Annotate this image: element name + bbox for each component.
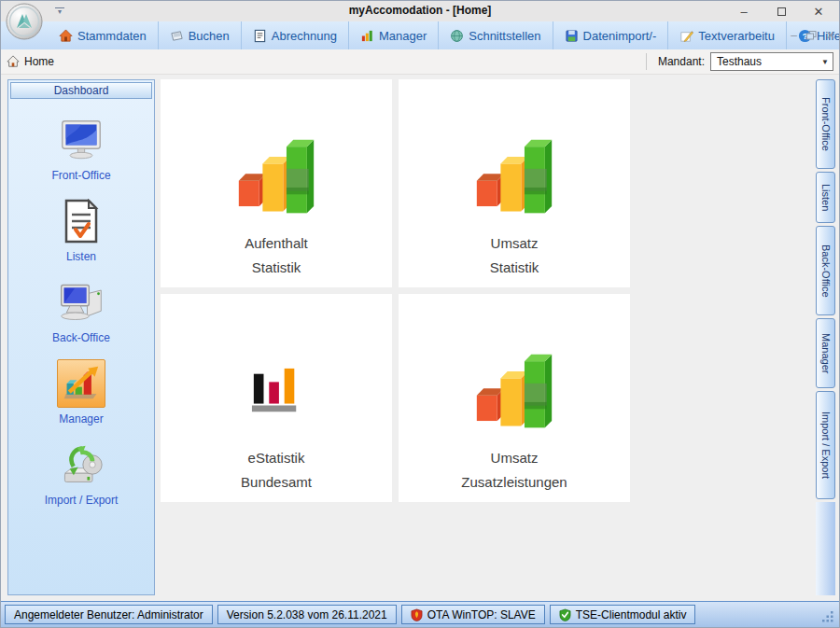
menu-label: Schnittstellen bbox=[469, 29, 540, 43]
window-title: myAccomodation - [Home] bbox=[1, 4, 839, 17]
house-icon bbox=[59, 29, 73, 43]
mdi-close-button[interactable]: ✕ bbox=[826, 29, 835, 42]
sidebar-item-label: Manager bbox=[59, 412, 103, 426]
close-button[interactable]: ✕ bbox=[800, 1, 837, 21]
tile-umsatz-statistik[interactable]: Umsatz Statistik bbox=[399, 79, 630, 287]
monitor-icon bbox=[59, 119, 104, 161]
menu-ribbon: Stammdaten Buchen Abrechnung bbox=[1, 21, 839, 49]
status-text: Version 5.2.038 vom 26.11.2021 bbox=[227, 608, 387, 621]
mandant-label: Mandant: bbox=[658, 55, 705, 68]
mandant-value: Testhaus bbox=[717, 55, 762, 68]
notebook-icon bbox=[170, 29, 184, 43]
tile-umsatz-zusatzleistungen[interactable]: Umsatz Zusatzleistungen bbox=[399, 294, 630, 502]
bundesamt-chart-icon bbox=[247, 366, 305, 418]
menu-buchen[interactable]: Buchen bbox=[159, 21, 242, 49]
sidebar-header[interactable]: Dashboard bbox=[10, 82, 152, 99]
checklist-icon bbox=[61, 199, 102, 244]
disc-sync-icon bbox=[58, 442, 105, 487]
bar-chart-icon bbox=[360, 29, 374, 43]
menu-schnittstellen[interactable]: Schnittstellen bbox=[439, 21, 553, 49]
workstation-icon bbox=[58, 281, 105, 324]
menu-textverarbeitung[interactable]: Textverarbeitu bbox=[668, 21, 787, 49]
shield-check-icon bbox=[559, 608, 571, 621]
title-bar: ▾ myAccomodation - [Home] – ✕ bbox=[1, 1, 839, 21]
mdi-restore-button[interactable] bbox=[806, 31, 817, 40]
right-tab-strip: Front-Office Listen Back-Office Manager … bbox=[813, 79, 839, 595]
chevron-down-icon: ▼ bbox=[821, 58, 829, 66]
resize-grip[interactable] bbox=[822, 610, 835, 627]
maximize-button[interactable] bbox=[763, 1, 800, 21]
status-bar: Angemeldeter Benutzer: Administrator Ver… bbox=[1, 601, 839, 627]
breadcrumb-bar: Home Mandant: Testhaus ▼ bbox=[1, 49, 839, 75]
minimize-button[interactable]: – bbox=[725, 1, 763, 21]
sidebar-item-label: Front-Office bbox=[51, 169, 110, 182]
breadcrumb-label: Home bbox=[24, 55, 54, 68]
pencil-icon bbox=[679, 29, 693, 43]
main-area: Dashboard Front-Office bbox=[1, 75, 839, 601]
status-version-panel: Version 5.2.038 vom 26.11.2021 bbox=[217, 605, 397, 624]
breadcrumb-home[interactable]: Home bbox=[7, 55, 54, 68]
menu-label: Manager bbox=[379, 29, 427, 43]
mdi-minimize-button[interactable]: – bbox=[791, 29, 797, 42]
sidebar-item-front-office[interactable]: Front-Office bbox=[51, 116, 110, 182]
right-tab-import-export[interactable]: Import / Export bbox=[816, 391, 835, 499]
menu-datenimport[interactable]: Datenimport/- bbox=[553, 21, 669, 49]
divider bbox=[646, 53, 647, 70]
right-tab-listen[interactable]: Listen bbox=[816, 172, 835, 223]
status-text: Angemeldeter Benutzer: Administrator bbox=[14, 608, 203, 621]
menu-label: Datenimport/- bbox=[583, 29, 657, 43]
tile-label-line2: Statistik bbox=[252, 256, 301, 280]
sidebar-item-label: Back-Office bbox=[52, 331, 110, 344]
status-text: OTA WinTOP: SLAVE bbox=[427, 608, 536, 621]
sidebar-item-label: Listen bbox=[66, 250, 96, 263]
invoice-icon bbox=[253, 29, 267, 43]
tile-aufenthalt-statistik[interactable]: Aufenthalt Statistik bbox=[161, 79, 392, 287]
menu-label: Textverarbeitu bbox=[698, 29, 775, 43]
globe-icon bbox=[450, 29, 464, 43]
tile-label-line1: eStatistik bbox=[248, 446, 305, 470]
menu-stammdaten[interactable]: Stammdaten bbox=[48, 21, 159, 49]
tile-label-line2: Zusatzleistungen bbox=[461, 470, 567, 495]
sidebar-item-back-office[interactable]: Back-Office bbox=[52, 278, 110, 344]
menu-abrechnung[interactable]: Abrechnung bbox=[242, 21, 349, 49]
home-icon bbox=[7, 55, 20, 68]
tile-label-line1: Aufenthalt bbox=[245, 231, 308, 256]
status-text: TSE-Clientmodul aktiv bbox=[576, 608, 687, 621]
tab-strip-filler bbox=[816, 502, 835, 595]
sidebar-item-manager[interactable]: Manager bbox=[57, 359, 105, 426]
tile-label-line2: Bundesamt bbox=[241, 470, 312, 495]
tile-label-line1: Umsatz bbox=[491, 446, 539, 470]
right-tab-front-office[interactable]: Front-Office bbox=[816, 79, 835, 169]
sidebar-item-listen[interactable]: Listen bbox=[57, 197, 105, 263]
app-window: ▾ myAccomodation - [Home] – ✕ Stammdaten… bbox=[0, 0, 840, 628]
sidebar-item-label: Import / Export bbox=[45, 494, 119, 507]
dashboard-content: Aufenthalt Statistik Umsatz Statistik eS… bbox=[161, 79, 813, 595]
menu-label: Abrechnung bbox=[272, 29, 337, 43]
tile-estatistik-bundesamt[interactable]: eStatistik Bundesamt bbox=[161, 294, 392, 502]
app-logo-icon[interactable] bbox=[6, 3, 43, 40]
mandant-dropdown[interactable]: Testhaus ▼ bbox=[710, 52, 833, 71]
status-user-panel: Angemeldeter Benutzer: Administrator bbox=[5, 605, 213, 624]
disk-icon bbox=[565, 29, 579, 43]
shield-alert-icon bbox=[411, 608, 423, 621]
bar-chart-3d-icon bbox=[473, 353, 555, 431]
menu-manager[interactable]: Manager bbox=[349, 21, 439, 49]
bar-chart-3d-icon bbox=[473, 138, 555, 216]
bar-chart-3d-icon bbox=[235, 138, 317, 216]
right-tab-manager[interactable]: Manager bbox=[816, 318, 835, 388]
dashboard-sidebar: Dashboard Front-Office bbox=[7, 79, 155, 595]
status-ota-panel: OTA WinTOP: SLAVE bbox=[401, 605, 545, 624]
tile-label-line2: Statistik bbox=[490, 256, 539, 280]
status-tse-panel: TSE-Clientmodul aktiv bbox=[550, 605, 696, 624]
menu-label: Stammdaten bbox=[77, 29, 147, 43]
tile-label-line1: Umsatz bbox=[491, 231, 539, 256]
sidebar-item-import-export[interactable]: Import / Export bbox=[45, 440, 119, 507]
menu-label: Buchen bbox=[189, 29, 230, 43]
right-tab-back-office[interactable]: Back-Office bbox=[816, 226, 835, 315]
chart-3d-icon bbox=[63, 365, 100, 402]
